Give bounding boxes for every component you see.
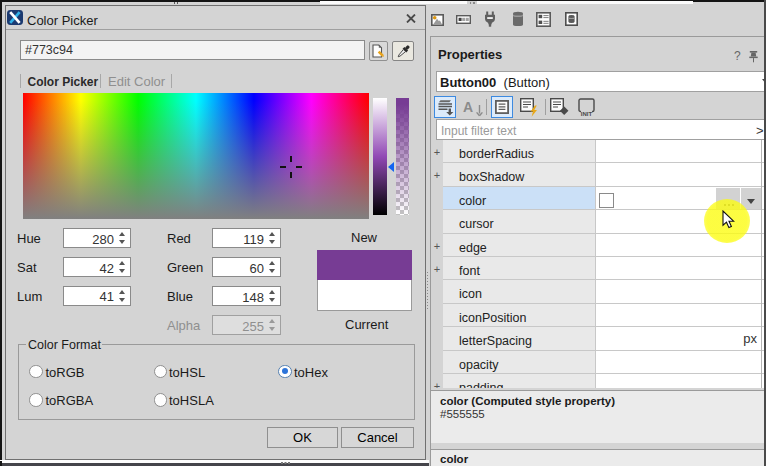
svg-text:INIT: INIT [581,111,593,117]
